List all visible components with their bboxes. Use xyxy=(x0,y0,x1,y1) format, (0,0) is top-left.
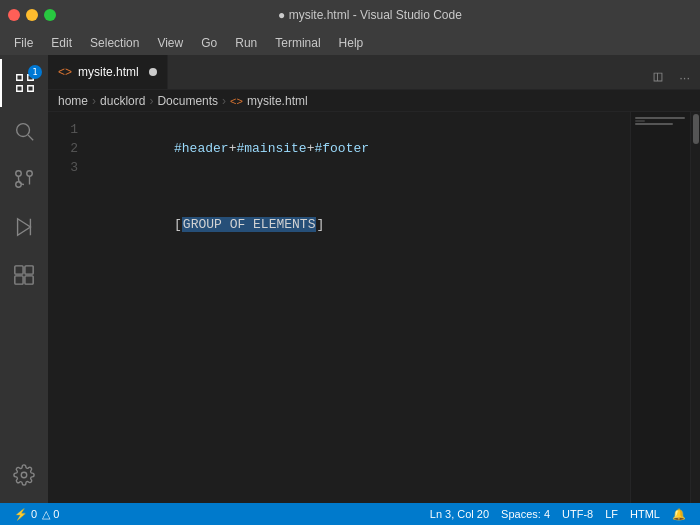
menu-bar: FileEditSelectionViewGoRunTerminalHelp xyxy=(0,30,700,55)
status-errors[interactable]: ⚡ 0 △ 0 xyxy=(8,503,65,525)
window-title: ● mysite.html - Visual Studio Code xyxy=(56,8,684,22)
breadcrumb-documents[interactable]: Documents xyxy=(157,94,218,108)
language-text: HTML xyxy=(630,508,660,520)
sidebar-item-explorer[interactable]: 1 xyxy=(0,59,48,107)
tab-modified-dot xyxy=(149,68,157,76)
status-bar: ⚡ 0 △ 0 Ln 3, Col 20 Spaces: 4 UTF-8 LF … xyxy=(0,503,700,525)
window-controls[interactable] xyxy=(8,9,56,21)
warning-icon: △ xyxy=(42,508,50,521)
breadcrumb-home[interactable]: home xyxy=(58,94,88,108)
status-line-col[interactable]: Ln 3, Col 20 xyxy=(424,503,495,525)
tab-bar: <> mysite.html ··· xyxy=(48,55,700,90)
menu-item-terminal[interactable]: Terminal xyxy=(267,34,328,52)
eol-text: LF xyxy=(605,508,618,520)
breadcrumb-file-icon: <> xyxy=(230,95,243,107)
error-count: 0 xyxy=(31,508,37,520)
minimap xyxy=(630,112,690,503)
svg-line-1 xyxy=(28,135,33,140)
code-line-1: #header+#mainsite+#footer xyxy=(92,120,630,177)
error-icon: ⚡ xyxy=(14,508,28,521)
selected-text: GROUP OF ELEMENTS xyxy=(182,217,317,232)
svg-point-3 xyxy=(27,171,33,177)
more-actions-button[interactable]: ··· xyxy=(675,68,694,89)
svg-point-11 xyxy=(21,472,27,478)
menu-item-view[interactable]: View xyxy=(149,34,191,52)
close-button[interactable] xyxy=(8,9,20,21)
svg-rect-9 xyxy=(15,276,23,284)
sidebar-item-extensions[interactable] xyxy=(0,251,48,299)
minimap-line-3 xyxy=(635,123,673,125)
breadcrumb-sep-2: › xyxy=(149,94,153,108)
status-notifications[interactable]: 🔔 xyxy=(666,503,692,525)
vertical-scrollbar[interactable] xyxy=(690,112,700,503)
line-number-2: 2 xyxy=(48,139,78,158)
main-layout: 1 xyxy=(0,55,700,503)
minimize-button[interactable] xyxy=(26,9,38,21)
title-icon-area: ⧉ xyxy=(684,9,692,22)
status-language[interactable]: HTML xyxy=(624,503,666,525)
svg-marker-5 xyxy=(18,219,31,236)
sidebar-item-search[interactable] xyxy=(0,107,48,155)
breadcrumb-file[interactable]: mysite.html xyxy=(247,94,308,108)
tab-label: mysite.html xyxy=(78,65,139,79)
menu-item-edit[interactable]: Edit xyxy=(43,34,80,52)
spaces-text: Spaces: 4 xyxy=(501,508,550,520)
warning-count: 0 xyxy=(53,508,59,520)
status-spaces[interactable]: Spaces: 4 xyxy=(495,503,556,525)
activity-bar-bottom xyxy=(0,451,48,499)
bell-icon: 🔔 xyxy=(672,508,686,521)
code-line-3: [GROUP OF ELEMENTS] xyxy=(92,196,630,253)
breadcrumb-sep-3: › xyxy=(222,94,226,108)
breadcrumb: home › ducklord › Documents › <> mysite.… xyxy=(48,90,700,112)
line-number-1: 1 xyxy=(48,120,78,139)
code-content[interactable]: #header+#mainsite+#footer [GROUP OF ELEM… xyxy=(88,112,630,503)
line-number-3: 3 xyxy=(48,158,78,177)
code-line-2 xyxy=(92,177,630,196)
line-col-text: Ln 3, Col 20 xyxy=(430,508,489,520)
sidebar-item-source-control[interactable] xyxy=(0,155,48,203)
svg-rect-10 xyxy=(25,276,33,284)
editor-area: <> mysite.html ··· home › ducklord › Doc… xyxy=(48,55,700,503)
svg-rect-7 xyxy=(15,266,23,274)
code-editor[interactable]: 1 2 3 #header+#mainsite+#footer [GROUP O… xyxy=(48,112,700,503)
maximize-button[interactable] xyxy=(44,9,56,21)
menu-item-help[interactable]: Help xyxy=(331,34,372,52)
sidebar-item-run[interactable] xyxy=(0,203,48,251)
status-eol[interactable]: LF xyxy=(599,503,624,525)
title-bar: ● mysite.html - Visual Studio Code ⧉ xyxy=(0,0,700,30)
menu-item-selection[interactable]: Selection xyxy=(82,34,147,52)
svg-point-2 xyxy=(16,171,22,177)
encoding-text: UTF-8 xyxy=(562,508,593,520)
split-editor-button[interactable] xyxy=(647,68,669,89)
activity-bar: 1 xyxy=(0,55,48,503)
tab-file-icon: <> xyxy=(58,65,72,79)
minimap-line-2 xyxy=(635,120,645,122)
sidebar-item-settings[interactable] xyxy=(0,451,48,499)
minimap-line-1 xyxy=(635,117,685,119)
explorer-badge: 1 xyxy=(28,65,42,79)
menu-item-go[interactable]: Go xyxy=(193,34,225,52)
tab-actions: ··· xyxy=(647,68,700,89)
line-numbers: 1 2 3 xyxy=(48,112,88,503)
svg-rect-8 xyxy=(25,266,33,274)
scrollbar-thumb[interactable] xyxy=(693,114,699,144)
svg-point-0 xyxy=(17,124,30,137)
editor-tab-mysite[interactable]: <> mysite.html xyxy=(48,55,168,89)
menu-item-run[interactable]: Run xyxy=(227,34,265,52)
breadcrumb-ducklord[interactable]: ducklord xyxy=(100,94,145,108)
status-encoding[interactable]: UTF-8 xyxy=(556,503,599,525)
breadcrumb-sep-1: › xyxy=(92,94,96,108)
menu-item-file[interactable]: File xyxy=(6,34,41,52)
